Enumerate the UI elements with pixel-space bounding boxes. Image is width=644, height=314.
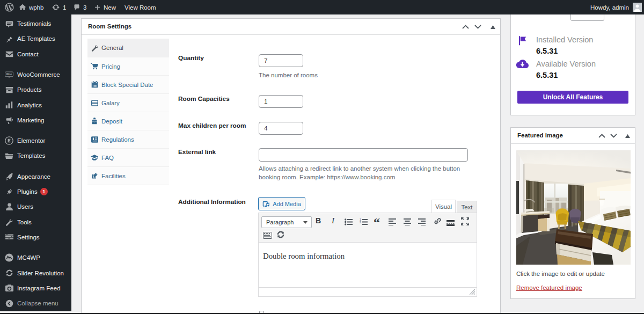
svg-text:2: 2 bbox=[360, 221, 361, 224]
svg-text:Woo: Woo bbox=[6, 72, 12, 76]
